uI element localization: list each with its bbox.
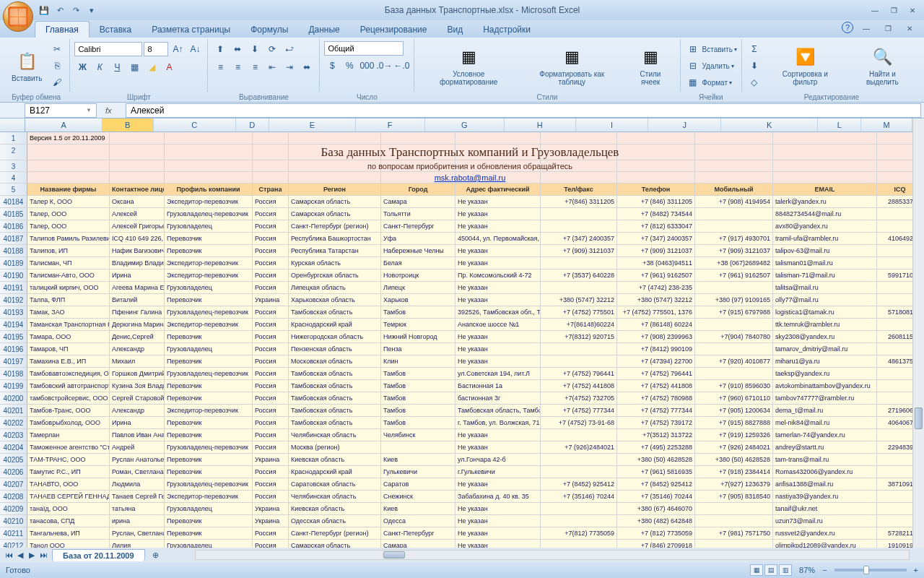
cell[interactable]: Талер К, ООО: [27, 196, 110, 207]
cell[interactable]: [110, 144, 165, 160]
paste-button[interactable]: 📋 Вставить: [7, 41, 46, 90]
cell[interactable]: +7 (4752) 775501, 1376: [617, 306, 695, 318]
cell[interactable]: +7 (495) 2253288: [617, 441, 695, 453]
cell[interactable]: Не указан: [456, 282, 541, 293]
cell[interactable]: Не указан: [456, 503, 541, 514]
cell[interactable]: Грузовладелец-перевозчик: [165, 306, 253, 318]
format-painter-icon[interactable]: 🖌: [49, 75, 65, 90]
cell[interactable]: nastiya39@yandex.ru: [773, 491, 877, 502]
cell[interactable]: +7 (846) 3311205: [617, 196, 695, 207]
cell[interactable]: [695, 343, 773, 355]
cell[interactable]: [877, 245, 912, 256]
cell[interactable]: talipov-63@mail.ru: [773, 245, 877, 256]
font-family-combo[interactable]: [74, 42, 142, 56]
cell[interactable]: [456, 160, 541, 171]
grow-font-icon[interactable]: A↑: [170, 41, 186, 57]
cell[interactable]: Челябинск: [381, 429, 456, 441]
cell[interactable]: Грузовладелец: [165, 503, 253, 514]
cell[interactable]: [541, 208, 617, 220]
cell[interactable]: Одесская область: [289, 515, 381, 527]
cell[interactable]: [541, 355, 617, 367]
cell[interactable]: +7 (4752) 775501: [541, 306, 617, 318]
cell[interactable]: Гулькевичи: [381, 466, 456, 478]
cell[interactable]: Республика Татарстан: [289, 245, 381, 256]
cell[interactable]: +380 (50) 4628528: [617, 454, 695, 465]
cell[interactable]: Россия: [253, 343, 289, 355]
cell[interactable]: Перевозчик: [165, 355, 253, 367]
cell[interactable]: Снежинск: [381, 491, 456, 502]
row-header[interactable]: 1: [0, 132, 27, 144]
cell[interactable]: [253, 132, 289, 144]
cell[interactable]: 599171037: [877, 269, 912, 281]
tab-formulas[interactable]: Формулы: [240, 22, 298, 38]
cell[interactable]: Санкт-Петербург: [381, 527, 456, 539]
cell[interactable]: [877, 220, 912, 232]
cell[interactable]: tam-trans@mail.ru: [773, 454, 877, 465]
cell[interactable]: tamerlan-74@yandex.ru: [773, 429, 877, 441]
cell[interactable]: Пенза: [381, 343, 456, 355]
cell[interactable]: [289, 132, 381, 144]
row-header[interactable]: 5: [0, 184, 27, 195]
cell[interactable]: [617, 172, 695, 183]
row-header[interactable]: 40193: [0, 306, 27, 318]
wrap-text-icon[interactable]: ⮐: [282, 41, 297, 57]
cell[interactable]: [541, 466, 617, 478]
cell[interactable]: anfisa1388@mail.ru: [773, 478, 877, 490]
font-size-combo[interactable]: [144, 42, 168, 56]
cell[interactable]: Россия: [253, 282, 289, 293]
currency-icon[interactable]: $: [324, 58, 340, 74]
row-header[interactable]: 40195: [0, 331, 27, 342]
cell[interactable]: tanaif@ukr.net: [773, 503, 877, 514]
cell[interactable]: Украина: [253, 454, 289, 465]
cell[interactable]: Талипов Рамиль Разилевич: [27, 233, 110, 244]
row-header[interactable]: 40202: [0, 417, 27, 428]
cell[interactable]: +7 (846) 2709918: [617, 540, 695, 548]
cell[interactable]: Перевозчик: [165, 245, 253, 256]
cell[interactable]: Россия: [253, 478, 289, 490]
cell[interactable]: [165, 172, 253, 183]
cell[interactable]: [456, 144, 541, 160]
cell[interactable]: russvet2@yandex.ru: [773, 527, 877, 539]
cell[interactable]: +7 (4752) 780988: [617, 392, 695, 404]
cell[interactable]: Россия: [253, 405, 289, 416]
cell[interactable]: талицкий кирпич, ООО: [27, 282, 110, 293]
cell[interactable]: Экспедитор-перевозчик: [165, 196, 253, 207]
cut-icon[interactable]: ✂: [49, 41, 65, 56]
cell[interactable]: Сергей Старовойтов: [110, 392, 165, 404]
cell[interactable]: Самарская область: [289, 208, 381, 220]
cell[interactable]: [381, 160, 456, 171]
cell[interactable]: Перевозчик: [165, 454, 253, 465]
cell[interactable]: Грузовладелец-перевозчик: [165, 441, 253, 453]
cell[interactable]: +7 (960) 6710110: [695, 392, 773, 404]
cell[interactable]: ул.Гончара 42-б: [456, 454, 541, 465]
cell[interactable]: Тангальчева, ИП: [27, 527, 110, 539]
cell[interactable]: +7 (4752) 73-91-68: [541, 417, 617, 428]
cell[interactable]: +380 (97) 9109165: [695, 294, 773, 306]
cell[interactable]: [289, 172, 381, 183]
cell[interactable]: Пфенинг Галина: [110, 306, 165, 318]
hscroll-thumb[interactable]: [383, 551, 405, 558]
column-header[interactable]: K: [721, 118, 818, 131]
cell[interactable]: +7 (917) 4930701: [695, 233, 773, 244]
cell[interactable]: Мобильный: [695, 184, 773, 195]
indent-dec-icon[interactable]: ⇤: [264, 59, 280, 75]
cell[interactable]: Перевозчик: [165, 233, 253, 244]
cell[interactable]: [877, 160, 912, 171]
cell[interactable]: Не указан: [456, 245, 541, 256]
cell[interactable]: +7 (915) 8827888: [695, 417, 773, 428]
cell[interactable]: Москва (регион): [289, 441, 381, 453]
doc-close-icon[interactable]: ✕: [901, 22, 918, 35]
cell[interactable]: [253, 172, 289, 183]
cell[interactable]: +7 (4752) 796441: [541, 368, 617, 379]
cell[interactable]: taeksp@yandex.ru: [773, 368, 877, 379]
cell[interactable]: [541, 172, 617, 183]
cell[interactable]: Не указан: [456, 220, 541, 232]
cell[interactable]: [695, 132, 773, 144]
cell[interactable]: [877, 380, 912, 392]
cell[interactable]: miharu1@ya.ru: [773, 355, 877, 367]
close-icon[interactable]: ✕: [904, 4, 921, 17]
row-header[interactable]: 40186: [0, 220, 27, 232]
cell[interactable]: +7 (8452) 925412: [617, 478, 695, 490]
cell[interactable]: Тольятти: [381, 208, 456, 220]
cell[interactable]: Россия: [253, 257, 289, 269]
